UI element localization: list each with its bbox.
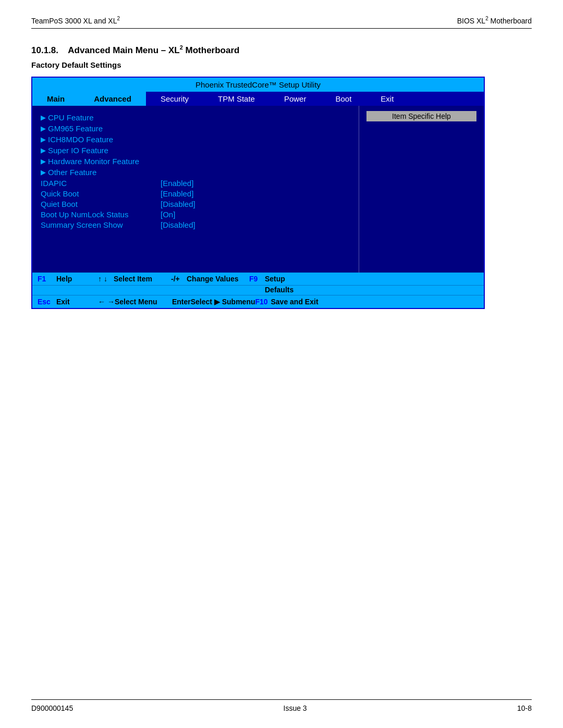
header-right-text: BIOS XL	[457, 17, 485, 25]
bios-field-summary-screen-value: [Disabled]	[161, 220, 195, 229]
footer-minus-plus: -/+	[171, 275, 187, 283]
bios-field-summary-screen-label: Summary Screen Show	[41, 220, 161, 229]
page-container: TeamPoS 3000 XL and XL2 BIOS XL2 Motherb…	[0, 0, 563, 728]
bios-entry-super-io-feature[interactable]: ▶ Super IO Feature	[41, 146, 350, 155]
bios-menu-advanced[interactable]: Advanced	[79, 92, 146, 106]
bios-menu-power[interactable]: Power	[270, 92, 321, 106]
bios-menu-boot[interactable]: Boot	[321, 92, 366, 106]
bios-menu-security[interactable]: Security	[146, 92, 203, 106]
bios-field-quiet-boot[interactable]: Quiet Boot [Disabled]	[41, 200, 350, 208]
footer-save-exit-label: Save and Exit	[271, 298, 319, 306]
bios-menu-exit[interactable]: Exit	[366, 92, 408, 106]
footer-exit-action: Exit	[56, 298, 98, 306]
bios-entry-hw-monitor-feature[interactable]: ▶ Hardware Monitor Feature	[41, 157, 350, 166]
bios-menu-exit-label: Exit	[381, 94, 394, 103]
footer-f1-key: F1	[38, 275, 56, 283]
section-title: 10.1.8. Advanced Main Menu – XL2 Motherb…	[31, 44, 532, 56]
bios-menu-power-label: Power	[284, 94, 307, 103]
arrow-icon-super-io: ▶	[41, 146, 46, 154]
footer-f10-key: F10	[255, 298, 271, 306]
footer-f9-key: F9	[249, 275, 265, 283]
bios-field-quiet-boot-value: [Disabled]	[161, 200, 195, 208]
arrow-icon-ich8mdo: ▶	[41, 135, 46, 143]
bios-menu-main-label: Main	[47, 94, 65, 103]
footer-leftright-arrows: ← →	[98, 298, 115, 306]
bios-entry-super-io-label: Super IO Feature	[48, 146, 108, 155]
bios-footer-line2: Esc Exit ← → Select Menu Enter Select ▶ …	[32, 295, 484, 308]
footer-enter-sep: Enter	[172, 298, 191, 306]
bios-title-bar: Phoenix TrustedCore™ Setup Utility	[32, 78, 484, 92]
footer-issue: Issue 3	[284, 704, 307, 712]
footer-select-submenu: Select ▶ Submenu	[191, 298, 255, 306]
arrow-icon-other: ▶	[41, 168, 46, 176]
bios-body: ▶ CPU Feature ▶ GM965 Feature ▶ ICH8MDO …	[32, 106, 484, 273]
help-title: Item Specific Help	[366, 111, 476, 121]
help-title-text: Item Specific Help	[392, 112, 451, 120]
bios-field-numlock-value: [On]	[161, 210, 175, 219]
bios-menu-advanced-label: Advanced	[94, 94, 131, 103]
subsection-title: Factory Default Settings	[31, 60, 532, 69]
bios-field-summary-screen[interactable]: Summary Screen Show [Disabled]	[41, 220, 350, 229]
bios-title-text: Phoenix TrustedCore™ Setup Utility	[195, 80, 321, 89]
bios-menu-bar: Main Advanced Security TPM State Power B…	[32, 92, 484, 106]
header-left-text: TeamPoS 3000 XL and XL	[31, 17, 117, 25]
section-title-text: Advanced Main Menu – XL	[68, 45, 179, 55]
bios-field-quick-boot[interactable]: Quick Boot [Enabled]	[41, 189, 350, 198]
bios-entry-hw-monitor-label: Hardware Monitor Feature	[48, 157, 139, 166]
section-title-suffix: Motherboard	[183, 45, 240, 55]
bios-entry-cpu-feature[interactable]: ▶ CPU Feature	[41, 113, 350, 122]
bios-menu-security-label: Security	[161, 94, 189, 103]
bios-field-quiet-boot-label: Quiet Boot	[41, 200, 161, 208]
bios-footer-rows: F1 Help ↑ ↓ Select Item -/+ Change Value…	[32, 273, 484, 308]
bios-entry-cpu-label: CPU Feature	[48, 113, 94, 122]
bios-field-numlock[interactable]: Boot Up NumLock Status [On]	[41, 210, 350, 219]
section-number: 10.1.8.	[31, 45, 58, 55]
header-right-suffix: Motherboard	[488, 17, 532, 25]
bios-field-numlock-label: Boot Up NumLock Status	[41, 210, 161, 219]
bios-field-idapic-value: [Enabled]	[161, 179, 193, 188]
bios-footer-line1: F1 Help ↑ ↓ Select Item -/+ Change Value…	[32, 273, 484, 286]
bios-container: Phoenix TrustedCore™ Setup Utility Main …	[31, 77, 485, 309]
header-left: TeamPoS 3000 XL and XL2	[31, 16, 120, 25]
bios-field-quick-boot-label: Quick Boot	[41, 189, 161, 198]
bios-main-panel: ▶ CPU Feature ▶ GM965 Feature ▶ ICH8MDO …	[32, 106, 359, 273]
bios-field-quick-boot-value: [Enabled]	[161, 189, 193, 198]
header-right: BIOS XL2 Motherboard	[457, 16, 532, 25]
bios-menu-main[interactable]: Main	[32, 92, 79, 106]
arrow-icon-gm965: ▶	[41, 125, 46, 132]
bios-entry-ich8mdo-label: ICH8MDO Feature	[48, 135, 113, 144]
footer-page-number: 10-8	[517, 704, 532, 712]
bios-entry-gm965-feature[interactable]: ▶ GM965 Feature	[41, 124, 350, 133]
footer-doc-number: D900000145	[31, 704, 73, 712]
footer-select-menu-desc: Select Menu	[115, 298, 172, 306]
bios-field-idapic[interactable]: IDAPIC [Enabled]	[41, 179, 350, 188]
bios-entry-other-feature[interactable]: ▶ Other Feature	[41, 168, 350, 177]
footer-updown-arrows: ↑ ↓	[98, 275, 114, 283]
page-footer: D900000145 Issue 3 10-8	[31, 699, 532, 712]
bios-entry-gm965-label: GM965 Feature	[48, 124, 103, 133]
footer-setup-label: Setup	[265, 275, 285, 283]
bios-menu-tpm-label: TPM State	[218, 94, 255, 103]
footer-change-values: Change Values	[187, 275, 249, 283]
bios-footer-line1b: Defaults	[32, 286, 484, 295]
page-header: TeamPoS 3000 XL and XL2 BIOS XL2 Motherb…	[31, 16, 532, 29]
arrow-icon-hw-monitor: ▶	[41, 157, 46, 165]
bios-field-idapic-label: IDAPIC	[41, 179, 161, 188]
arrow-icon-cpu: ▶	[41, 114, 46, 121]
bios-side-panel: Item Specific Help	[359, 106, 484, 273]
bios-entry-other-label: Other Feature	[48, 168, 96, 177]
footer-esc-key: Esc	[38, 298, 56, 306]
footer-defaults-label: Defaults	[265, 286, 293, 294]
header-left-sup: 2	[117, 16, 120, 21]
bios-entry-ich8mdo-feature[interactable]: ▶ ICH8MDO Feature	[41, 135, 350, 144]
subsection-title-text: Factory Default Settings	[31, 60, 121, 69]
bios-footer: F1 Help ↑ ↓ Select Item -/+ Change Value…	[32, 273, 484, 308]
footer-select-item-desc: Select Item	[114, 275, 171, 283]
bios-menu-boot-label: Boot	[335, 94, 351, 103]
bios-menu-tpm-state[interactable]: TPM State	[203, 92, 270, 106]
footer-help-action: Help	[56, 275, 98, 283]
